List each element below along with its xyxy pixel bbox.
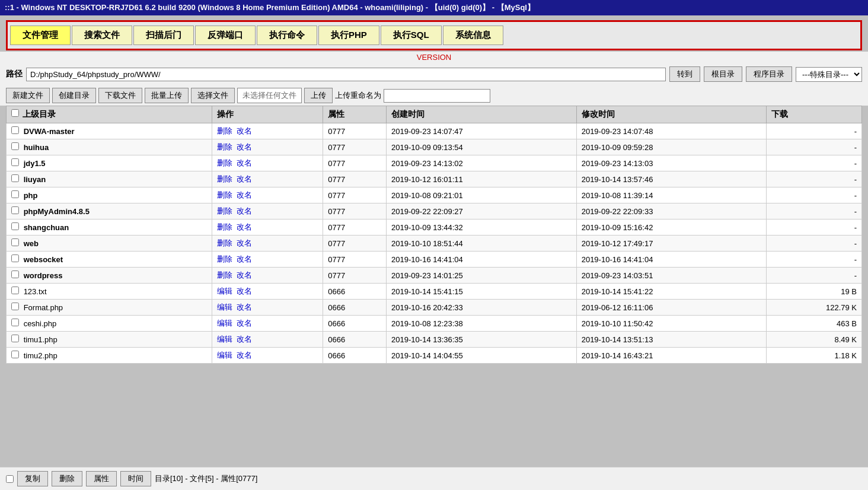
- upload-rename-input[interactable]: [384, 89, 490, 103]
- dir-checkbox[interactable]: [11, 254, 19, 262]
- dir-created-cell: 2019-10-08 09:21:01: [387, 187, 577, 203]
- edit-link[interactable]: 编辑: [217, 351, 232, 359]
- rename-link[interactable]: 改名: [237, 238, 252, 247]
- delete-link[interactable]: 删除: [217, 142, 232, 151]
- rename-link[interactable]: 改名: [237, 303, 252, 311]
- root-button[interactable]: 根目录: [704, 66, 742, 82]
- delete-link[interactable]: 删除: [217, 254, 232, 263]
- program-dir-button[interactable]: 程序目录: [746, 66, 792, 82]
- rename-link[interactable]: 改名: [237, 174, 252, 183]
- upload-button[interactable]: 上传: [304, 88, 333, 103]
- dir-checkbox[interactable]: [11, 126, 19, 134]
- file-name[interactable]: timu2.php: [24, 351, 58, 360]
- col-header-modified: 修改时间: [576, 106, 767, 123]
- edit-link[interactable]: 编辑: [217, 287, 232, 295]
- path-input[interactable]: [26, 68, 666, 81]
- rename-link[interactable]: 改名: [237, 142, 252, 151]
- delete-link[interactable]: 删除: [217, 222, 232, 231]
- delete-link[interactable]: 删除: [217, 158, 232, 167]
- dir-name[interactable]: jdy1.5: [24, 159, 46, 168]
- file-name[interactable]: timu1.php: [24, 335, 58, 344]
- delete-link[interactable]: 删除: [217, 174, 232, 183]
- delete-link[interactable]: 删除: [217, 126, 232, 135]
- dir-checkbox[interactable]: [11, 190, 19, 198]
- rename-link[interactable]: 改名: [237, 335, 252, 343]
- file-checkbox[interactable]: [11, 335, 19, 342]
- nav-btn-扫描后门[interactable]: 扫描后门: [133, 26, 194, 45]
- rename-link[interactable]: 改名: [237, 319, 252, 327]
- delete-link[interactable]: 删除: [217, 238, 232, 247]
- file-modified-cell: 2019-10-14 15:41:22: [576, 284, 767, 300]
- create-dir-button[interactable]: 创建目录: [52, 88, 96, 103]
- goto-button[interactable]: 转到: [669, 66, 700, 82]
- delete-link[interactable]: 删除: [217, 206, 232, 215]
- attr-button[interactable]: 属性: [86, 471, 117, 486]
- dir-name[interactable]: websocket: [24, 255, 63, 264]
- edit-link[interactable]: 编辑: [217, 303, 232, 311]
- nav-btn-执行命令[interactable]: 执行命令: [257, 26, 317, 45]
- table-row: web 删除 改名 0777 2019-10-10 18:51:44 2019-…: [7, 236, 862, 252]
- file-name[interactable]: ceshi.php: [24, 319, 57, 328]
- copy-button[interactable]: 复制: [17, 471, 48, 486]
- delete-button[interactable]: 删除: [52, 471, 82, 486]
- file-download-cell: 19 B: [767, 284, 862, 300]
- rename-link[interactable]: 改名: [237, 287, 252, 295]
- col-header-name: 上级目录: [7, 106, 212, 123]
- rename-link[interactable]: 改名: [237, 254, 252, 263]
- dir-checkbox[interactable]: [11, 174, 19, 182]
- file-op-cell: 编辑 改名: [212, 284, 323, 300]
- nav-btn-系统信息[interactable]: 系统信息: [443, 26, 503, 45]
- rename-link[interactable]: 改名: [237, 190, 252, 199]
- dir-name[interactable]: web: [24, 239, 39, 248]
- dir-name[interactable]: php: [24, 191, 38, 200]
- file-table: 上级目录 操作 属性 创建时间 修改时间 下载 DVWA-master 删除 改…: [6, 106, 862, 364]
- dir-download-cell: -: [767, 203, 862, 219]
- nav-btn-执行PHP[interactable]: 执行PHP: [318, 26, 379, 45]
- nav-btn-执行SQL[interactable]: 执行SQL: [381, 26, 442, 45]
- rename-link[interactable]: 改名: [237, 206, 252, 215]
- special-dir-select[interactable]: ---特殊目录---: [796, 67, 862, 82]
- select-all-checkbox[interactable]: [11, 109, 19, 117]
- dir-checkbox[interactable]: [11, 271, 19, 278]
- dir-checkbox[interactable]: [11, 222, 19, 230]
- file-name[interactable]: 123.txt: [24, 287, 47, 296]
- nav-btn-搜索文件[interactable]: 搜索文件: [72, 26, 132, 45]
- choose-file-button[interactable]: 选择文件: [191, 88, 235, 103]
- delete-link[interactable]: 删除: [217, 190, 232, 199]
- time-button[interactable]: 时间: [120, 471, 151, 486]
- dir-attr-cell: 0777: [323, 139, 387, 155]
- file-modified-cell: 2019-10-14 13:51:13: [576, 332, 767, 348]
- rename-link[interactable]: 改名: [237, 158, 252, 167]
- download-file-button[interactable]: 下载文件: [98, 88, 142, 103]
- file-input-label: 未选择任何文件: [237, 88, 302, 103]
- dir-checkbox[interactable]: [11, 158, 19, 166]
- nav-btn-文件管理[interactable]: 文件管理: [10, 26, 71, 45]
- rename-link[interactable]: 改名: [237, 351, 252, 359]
- file-checkbox[interactable]: [11, 351, 19, 358]
- dir-name[interactable]: liuyan: [24, 175, 46, 184]
- dir-name[interactable]: DVWA-master: [24, 127, 75, 136]
- dir-modified-cell: 2019-09-23 14:13:03: [576, 155, 767, 171]
- nav-btn-反弹端口[interactable]: 反弹端口: [195, 26, 256, 45]
- bottom-select-all-checkbox[interactable]: [6, 475, 14, 483]
- file-checkbox[interactable]: [11, 303, 19, 310]
- new-file-button[interactable]: 新建文件: [6, 88, 50, 103]
- file-name[interactable]: Format.php: [24, 303, 63, 312]
- dir-checkbox[interactable]: [11, 238, 19, 246]
- file-checkbox[interactable]: [11, 319, 19, 326]
- edit-link[interactable]: 编辑: [217, 319, 232, 327]
- delete-link[interactable]: 删除: [217, 271, 232, 279]
- dir-checkbox[interactable]: [11, 142, 19, 150]
- rename-link[interactable]: 改名: [237, 222, 252, 231]
- dir-name[interactable]: wordpress: [24, 271, 63, 280]
- rename-link[interactable]: 改名: [237, 126, 252, 135]
- dir-name[interactable]: huihua: [24, 143, 49, 152]
- file-op-cell: 编辑 改名: [212, 300, 323, 316]
- rename-link[interactable]: 改名: [237, 271, 252, 279]
- dir-name[interactable]: shangchuan: [24, 223, 69, 232]
- dir-name[interactable]: phpMyAdmin4.8.5: [24, 207, 90, 216]
- edit-link[interactable]: 编辑: [217, 335, 232, 343]
- file-checkbox[interactable]: [11, 287, 19, 294]
- batch-upload-button[interactable]: 批量上传: [145, 88, 189, 103]
- dir-checkbox[interactable]: [11, 206, 19, 214]
